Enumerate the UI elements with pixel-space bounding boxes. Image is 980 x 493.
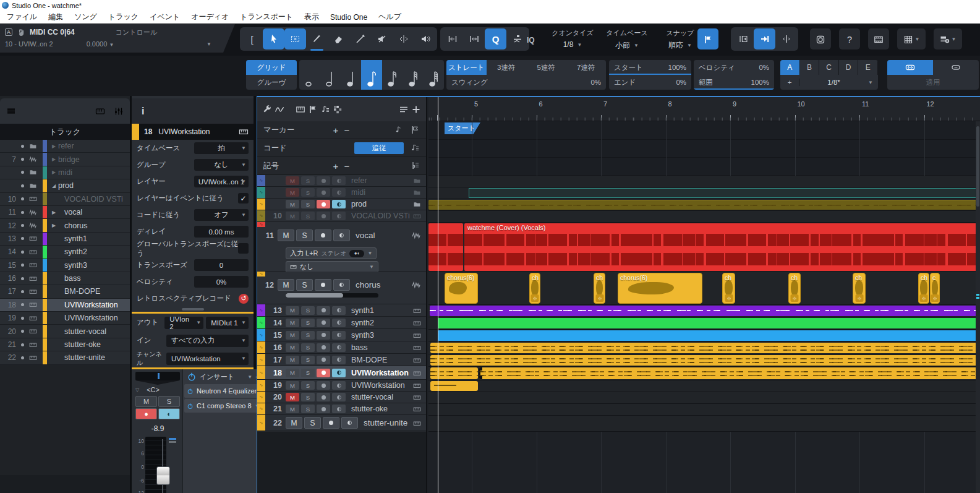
mute-button[interactable]: M <box>286 356 299 364</box>
clip-UVIWorkstation-1[interactable] <box>479 367 980 379</box>
track-list-row-stutter-vocal[interactable]: 20stutter-vocal <box>0 325 130 338</box>
console-row-vocal[interactable]: ∿11MSvocal入力 L+Rステレオ●◐▼なし▼ <box>257 222 426 272</box>
record-button[interactable] <box>317 369 330 377</box>
track-list-row-synth2[interactable]: 14synth2 <box>0 246 130 259</box>
active-dot[interactable] <box>21 211 24 214</box>
end-control[interactable]: エンド 0% <box>609 75 691 90</box>
menu-item-1[interactable]: 編集 <box>43 11 69 24</box>
monitor-button[interactable] <box>332 331 346 340</box>
clip-bass-0[interactable] <box>430 343 980 353</box>
add-track-button[interactable]: ▼ <box>934 28 962 49</box>
active-dot[interactable] <box>21 197 24 200</box>
row-color-tab[interactable]: ∿ <box>257 329 265 341</box>
console-row-chorus[interactable]: ∿12MSchorus <box>257 272 426 304</box>
help-button[interactable]: ? <box>839 28 860 49</box>
clip-chorus-6[interactable]: ch <box>853 273 866 304</box>
record-button[interactable] <box>317 188 330 197</box>
note-value-sixtyfourth[interactable] <box>424 60 444 90</box>
arrange-row-UVIWorkstation[interactable] <box>428 380 980 392</box>
menu-item-0[interactable]: ファイル <box>1 11 43 24</box>
active-dot[interactable] <box>21 171 24 174</box>
arrange-row-VOCALOID VSTi[interactable] <box>428 211 980 223</box>
active-dot[interactable] <box>21 184 24 187</box>
pan-value[interactable]: <C> <box>147 386 160 393</box>
active-dot[interactable] <box>21 317 24 320</box>
solo-button[interactable]: S <box>301 381 315 390</box>
solo-button[interactable]: S <box>301 343 315 352</box>
mute-button[interactable]: M <box>286 405 299 413</box>
menu-item-4[interactable]: イベント <box>144 11 185 24</box>
target-button[interactable] <box>810 28 831 49</box>
clip-chorus-7[interactable]: ch <box>918 273 929 304</box>
record-button[interactable] <box>317 381 330 390</box>
expand-arrow[interactable]: ▶ <box>52 169 58 175</box>
out-select[interactable]: UVIon 2▼ <box>164 317 203 329</box>
row-color-tab[interactable]: ∿ <box>257 199 265 210</box>
track-list-row-prod[interactable]: ◢prod <box>0 179 130 192</box>
triplet3-button[interactable]: 3連符 <box>487 60 527 75</box>
monitor-button[interactable] <box>332 176 346 185</box>
record-button[interactable] <box>317 319 330 327</box>
row-color-tab[interactable]: ∿ <box>257 272 265 277</box>
insert-1[interactable]: C1 comp Stereo 8▼ <box>184 399 262 413</box>
mute-button[interactable]: M <box>286 212 299 220</box>
active-dot[interactable] <box>21 356 24 359</box>
solo-button[interactable]: S <box>301 356 315 364</box>
field-value[interactable]: UVIWork..on 1▼ <box>194 176 249 187</box>
field-value[interactable]: 0% <box>194 276 249 288</box>
gear-icon[interactable] <box>920 294 928 302</box>
record-button[interactable] <box>315 279 331 291</box>
arrange-row-stutter-vocal[interactable] <box>428 392 980 404</box>
solo-button[interactable]: S <box>301 176 315 185</box>
arrange-row-UVIWorkstation[interactable] <box>428 367 980 380</box>
chord-track-icon[interactable] <box>320 104 330 115</box>
console-row-stutter-oke[interactable]: ∿21MSstutter-oke <box>257 403 426 415</box>
clip-vocal-0[interactable] <box>428 223 463 271</box>
instruments-icon[interactable] <box>95 106 105 117</box>
apply-button[interactable]: 適用 <box>887 75 979 90</box>
groove-mode-button[interactable]: グルーヴ <box>246 75 297 90</box>
field-checkbox[interactable]: ✓ <box>238 193 249 204</box>
note-value-eighth[interactable] <box>361 60 381 90</box>
track-list-row-bridge[interactable]: 7▶bridge <box>0 153 130 166</box>
console-row-BM-DOPE[interactable]: ∿17MSBM-DOPE <box>257 354 426 366</box>
marker-remove-button[interactable]: − <box>341 125 352 135</box>
track-list-row-bass[interactable]: 16bass <box>0 272 130 285</box>
timebase-select[interactable]: タイムベース 小節▼ <box>599 28 655 51</box>
add-track-icon-2[interactable] <box>411 104 421 115</box>
record-button[interactable] <box>317 200 330 208</box>
monitor-button[interactable]: ◐ <box>158 408 180 419</box>
console-row-VOCALOID VSTi[interactable]: ∿10MSVOCALOID VSTi <box>257 210 426 222</box>
arrange-row-synth2[interactable] <box>428 317 980 330</box>
monitor-button[interactable] <box>332 356 346 364</box>
note-value-half[interactable] <box>320 60 340 90</box>
solo-button[interactable]: S <box>301 405 315 413</box>
record-button[interactable] <box>315 229 331 241</box>
monitor-button[interactable] <box>332 319 346 327</box>
arrange-row-prod[interactable] <box>428 199 980 211</box>
console-row-synth3[interactable]: ∿15MSsynth3 <box>257 329 426 341</box>
control-dropdown-caret[interactable]: ▼ <box>207 41 211 47</box>
arrange-row-stutter-unite[interactable] <box>428 416 980 432</box>
quantize-start-button[interactable] <box>441 28 463 49</box>
preset-a-button[interactable]: A <box>780 60 800 75</box>
monitor-button[interactable] <box>332 343 346 352</box>
console-row-stutter-unite[interactable]: ∿22MSstutter-unite <box>257 415 426 431</box>
console-row-synth2[interactable]: ∿14MSsynth2 <box>257 317 426 329</box>
active-dot[interactable] <box>21 290 24 293</box>
console-row-prod[interactable]: ∿MSprod <box>257 199 426 210</box>
row-color-tab[interactable]: ∿ <box>257 222 265 227</box>
marker-icon[interactable] <box>308 104 318 115</box>
record-button[interactable] <box>317 331 330 340</box>
grid-value-caret[interactable]: ▼ <box>868 80 873 85</box>
mute-tool-button[interactable] <box>371 28 393 49</box>
clip-BM-DOPE-0[interactable] <box>430 355 980 366</box>
retro-record-icon[interactable]: ↺ <box>239 294 249 304</box>
out-select-2[interactable]: MIDIut 1▼ <box>206 317 249 329</box>
range-start-tool-button[interactable]: [ <box>241 28 263 49</box>
menu-item-8[interactable]: Studio One <box>325 11 373 24</box>
row-color-tab[interactable]: ∿ <box>257 380 265 391</box>
line-tool-button[interactable] <box>349 28 371 49</box>
track-list-row-vocal[interactable]: 11▶vocal <box>0 206 130 219</box>
record-button[interactable] <box>323 417 339 429</box>
